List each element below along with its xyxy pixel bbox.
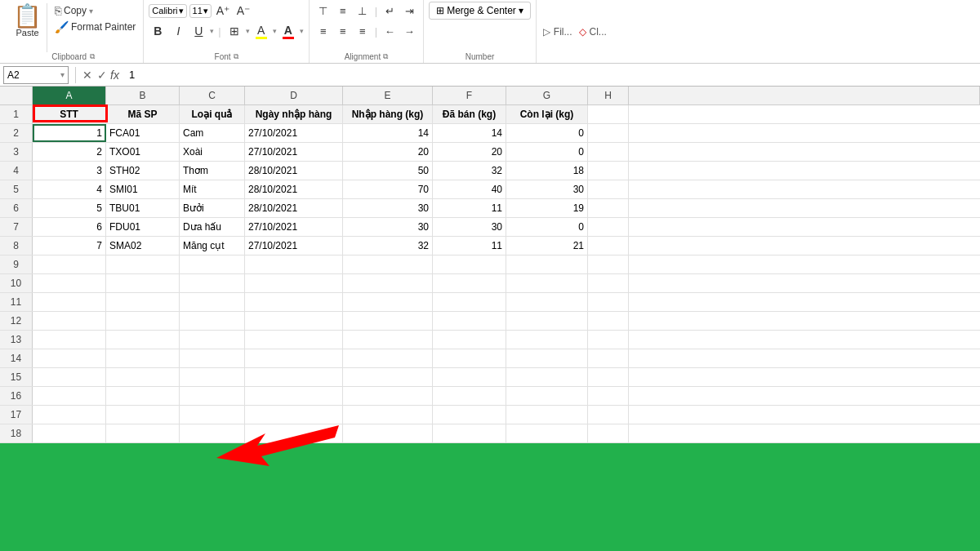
cell-17h[interactable] xyxy=(588,406,629,424)
cell-11h[interactable] xyxy=(588,293,629,311)
cell-16b[interactable] xyxy=(106,387,180,405)
copy-dropdown[interactable]: ▾ xyxy=(89,7,93,16)
cell-4c[interactable]: Thơm xyxy=(180,162,245,180)
borders-dropdown[interactable]: ▾ xyxy=(246,27,250,35)
cell-3f[interactable]: 20 xyxy=(433,143,506,161)
cell-9c[interactable] xyxy=(180,256,245,273)
cell-8c[interactable]: Măng cụt xyxy=(180,237,245,255)
cell-2d[interactable]: 27/10/2021 xyxy=(245,124,343,142)
cell-11e[interactable] xyxy=(343,293,433,311)
underline-button[interactable]: U xyxy=(189,22,207,40)
fill-right-button[interactable]: ▷ Fil... xyxy=(543,26,572,38)
cell-9b[interactable] xyxy=(106,256,180,273)
cell-8e[interactable]: 32 xyxy=(343,237,433,255)
cell-2g[interactable]: 0 xyxy=(506,124,588,142)
cell-7h[interactable] xyxy=(588,218,629,236)
italic-button[interactable]: I xyxy=(169,22,187,40)
cell-14a[interactable] xyxy=(33,349,106,367)
indent-btn[interactable]: ⇥ xyxy=(400,2,418,20)
cell-1f[interactable]: Đã bán (kg) xyxy=(433,105,506,123)
center-align-btn[interactable]: ≡ xyxy=(334,22,352,40)
cell-15g[interactable] xyxy=(506,368,588,386)
cell-18f[interactable] xyxy=(433,424,506,442)
cell-8h[interactable] xyxy=(588,237,629,255)
cell-12a[interactable] xyxy=(33,312,106,330)
cell-14e[interactable] xyxy=(343,349,433,367)
cell-4e[interactable]: 50 xyxy=(343,162,433,180)
cell-13b[interactable] xyxy=(106,331,180,349)
increase-font-btn[interactable]: A⁺ xyxy=(214,2,232,20)
font-color-button[interactable]: A xyxy=(279,22,297,40)
cell-15a[interactable] xyxy=(33,368,106,386)
cell-18a[interactable] xyxy=(33,424,106,442)
font-family-dropdown[interactable]: Calibri ▾ xyxy=(149,4,186,18)
formula-input[interactable] xyxy=(126,69,977,81)
fill-color-dropdown[interactable]: ▾ xyxy=(273,27,277,35)
merge-center-button[interactable]: ⊞ Merge & Center ▾ xyxy=(429,2,531,20)
cell-13d[interactable] xyxy=(245,331,343,349)
cell-1d[interactable]: Ngày nhập hàng xyxy=(245,105,343,123)
cell-10f[interactable] xyxy=(433,274,506,292)
cell-7e[interactable]: 30 xyxy=(343,218,433,236)
cell-14d[interactable] xyxy=(245,349,343,367)
cell-10e[interactable] xyxy=(343,274,433,292)
cell-18g[interactable] xyxy=(506,424,588,442)
cell-1c[interactable]: Loại quả xyxy=(180,105,245,123)
cell-14b[interactable] xyxy=(106,349,180,367)
cell-13a[interactable] xyxy=(33,331,106,349)
cell-9g[interactable] xyxy=(506,256,588,273)
cell-4f[interactable]: 32 xyxy=(433,162,506,180)
cell-6a[interactable]: 5 xyxy=(33,199,106,217)
col-header-b[interactable]: B xyxy=(106,87,180,104)
cell-3b[interactable]: TXO01 xyxy=(106,143,180,161)
cell-11b[interactable] xyxy=(106,293,180,311)
cell-2f[interactable]: 14 xyxy=(433,124,506,142)
cell-13e[interactable] xyxy=(343,331,433,349)
cell-15d[interactable] xyxy=(245,368,343,386)
cell-3c[interactable]: Xoài xyxy=(180,143,245,161)
col-header-d[interactable]: D xyxy=(245,87,343,104)
cell-5d[interactable]: 28/10/2021 xyxy=(245,180,343,198)
cell-5a[interactable]: 4 xyxy=(33,180,106,198)
cell-9e[interactable] xyxy=(343,256,433,273)
cell-17f[interactable] xyxy=(433,406,506,424)
cell-1g[interactable]: Còn lại (kg) xyxy=(506,105,588,123)
middle-align-btn[interactable]: ≡ xyxy=(334,2,352,20)
cell-6d[interactable]: 28/10/2021 xyxy=(245,199,343,217)
cell-16e[interactable] xyxy=(343,387,433,405)
cell-16g[interactable] xyxy=(506,387,588,405)
cell-15c[interactable] xyxy=(180,368,245,386)
cell-8d[interactable]: 27/10/2021 xyxy=(245,237,343,255)
cell-17b[interactable] xyxy=(106,406,180,424)
cell-2a[interactable]: 1 xyxy=(33,124,106,142)
cell-1h[interactable] xyxy=(588,105,629,123)
cell-18c[interactable] xyxy=(180,424,245,442)
cell-9a[interactable] xyxy=(33,256,106,273)
cell-16f[interactable] xyxy=(433,387,506,405)
col-header-h[interactable]: H xyxy=(588,87,629,104)
cell-13g[interactable] xyxy=(506,331,588,349)
cell-16a[interactable] xyxy=(33,387,106,405)
cell-14f[interactable] xyxy=(433,349,506,367)
underline-dropdown[interactable]: ▾ xyxy=(210,27,214,35)
cell-3h[interactable] xyxy=(588,143,629,161)
cell-6g[interactable]: 19 xyxy=(506,199,588,217)
cell-18e[interactable] xyxy=(343,424,433,442)
cell-13f[interactable] xyxy=(433,331,506,349)
cell-12e[interactable] xyxy=(343,312,433,330)
cell-7a[interactable]: 6 xyxy=(33,218,106,236)
cell-8g[interactable]: 21 xyxy=(506,237,588,255)
cell-7c[interactable]: Dưa hấu xyxy=(180,218,245,236)
cell-5c[interactable]: Mít xyxy=(180,180,245,198)
cell-15h[interactable] xyxy=(588,368,629,386)
cell-7b[interactable]: FDU01 xyxy=(106,218,180,236)
cell-6c[interactable]: Bưởi xyxy=(180,199,245,217)
cell-7g[interactable]: 0 xyxy=(506,218,588,236)
cell-2c[interactable]: Cam xyxy=(180,124,245,142)
cell-reference-box[interactable]: A2 ▾ xyxy=(3,66,69,84)
font-size-dropdown[interactable]: 11 ▾ xyxy=(189,4,212,18)
cell-6h[interactable] xyxy=(588,199,629,217)
cell-4g[interactable]: 18 xyxy=(506,162,588,180)
cell-9h[interactable] xyxy=(588,256,629,273)
cell-4h[interactable] xyxy=(588,162,629,180)
